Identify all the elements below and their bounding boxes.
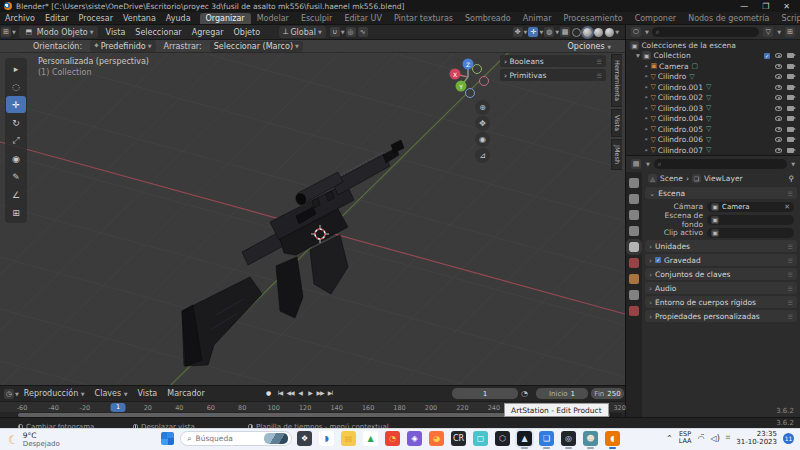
properties-tab-scene[interactable]: [629, 242, 639, 252]
outliner-collection[interactable]: ▾ ▣ Collection✓: [626, 51, 800, 62]
panel-gravedad[interactable]: ›✓Gravedad☰: [645, 254, 797, 266]
viewport-menu-seleccionar[interactable]: Seleccionar: [130, 27, 186, 38]
panel-audio[interactable]: ›Audio☰: [645, 282, 797, 294]
taskbar-app-gimp[interactable]: ☻: [583, 431, 598, 446]
outliner-item-cilindro-001[interactable]: •▽Cilindro.001▽: [626, 82, 800, 93]
editor-type-caret[interactable]: ▼: [12, 29, 16, 35]
properties-tab-data[interactable]: [629, 290, 639, 300]
disable-render-icon[interactable]: [787, 116, 794, 121]
menu-archivo[interactable]: Archivo: [0, 13, 40, 24]
workspace-tab-editar-uv[interactable]: Editar UV: [338, 13, 388, 24]
gizmo-y-neg[interactable]: [473, 65, 482, 74]
workspace-tab-scripts[interactable]: Scripts: [775, 13, 800, 24]
disable-render-icon[interactable]: [787, 85, 794, 90]
taskbar-app-chat[interactable]: ◗: [319, 431, 334, 446]
hide-eye-icon[interactable]: [775, 64, 782, 69]
shading-solid-icon[interactable]: [583, 28, 592, 37]
menu-ventana[interactable]: Ventana: [118, 13, 161, 24]
timeline-menu-vista[interactable]: Vista: [133, 388, 163, 399]
breadcrumb-scene[interactable]: Scene: [660, 174, 683, 183]
taskbar-app-purple-app[interactable]: ◈: [407, 431, 422, 446]
outliner-search-input[interactable]: ⌕: [652, 27, 759, 37]
panel-propiedades-personalizadas[interactable]: ›Propiedades personalizadas☰: [645, 310, 797, 322]
hide-eye-icon[interactable]: [775, 137, 782, 142]
tool-rotate-button[interactable]: ↻: [6, 114, 26, 131]
hide-eye-icon[interactable]: [775, 116, 782, 121]
frame-start-field[interactable]: Inicio1: [536, 388, 588, 399]
tray-chevron-icon[interactable]: ⌃: [666, 434, 673, 443]
disable-render-icon[interactable]: [787, 64, 794, 69]
close-button[interactable]: ✕: [783, 2, 790, 11]
play-reverse-button[interactable]: ◀: [295, 387, 305, 398]
taskbar-app-teal-app[interactable]: ▢: [473, 431, 488, 446]
hide-eye-icon[interactable]: [775, 95, 782, 100]
timeline-editor-icon[interactable]: ◷: [4, 389, 14, 399]
weather-widget[interactable]: ☾ 9°C Despejado: [8, 431, 60, 448]
viewport-menu-vista[interactable]: Vista: [101, 27, 131, 38]
search-highlight-image[interactable]: [264, 433, 288, 444]
workspace-tab-nodos-de-geometr-a[interactable]: Nodos de geometría: [682, 13, 775, 24]
viewport-3d[interactable]: Personalizada (perspectiva) (1) Collecti…: [0, 53, 625, 385]
hide-eye-icon[interactable]: [775, 74, 782, 79]
outliner-item-cilindro-002[interactable]: •▽Cilindro.002▽: [626, 93, 800, 104]
navigation-gizmo[interactable]: Z X Y: [446, 55, 490, 99]
workspace-tab-procesamiento[interactable]: Procesamiento: [558, 13, 629, 24]
gizmo-z-neg[interactable]: [466, 89, 475, 98]
field-c-mara[interactable]: ▣Camera✕: [707, 202, 794, 212]
prev-keyframe-button[interactable]: ◀◀: [285, 387, 295, 398]
tool-add-cube-button[interactable]: ⊞: [6, 204, 26, 221]
sidebar-tab-jmesh[interactable]: JMesh: [611, 139, 622, 170]
properties-editor-caret[interactable]: ▼: [646, 161, 650, 167]
disable-render-icon[interactable]: [787, 137, 794, 142]
properties-tab-view-layer[interactable]: [629, 226, 639, 236]
disable-render-icon[interactable]: [787, 148, 794, 153]
perspective-toggle-button[interactable]: ⊿: [475, 148, 490, 163]
clock[interactable]: 23:3531-10-2023: [736, 430, 777, 446]
workspace-tab-pintar-texturas[interactable]: Pintar texturas: [388, 13, 459, 24]
record-button[interactable]: ●: [263, 387, 273, 398]
workspace-tab-modelar[interactable]: Modelar: [251, 13, 295, 24]
hide-eye-icon[interactable]: [775, 127, 782, 132]
outliner-filter-caret[interactable]: ▼: [777, 29, 781, 35]
search-input[interactable]: [195, 434, 253, 443]
sidebar-tab-herramienta[interactable]: Herramienta: [611, 54, 622, 107]
properties-editor-icon[interactable]: ▤: [631, 159, 641, 169]
wifi-icon[interactable]: ◠̈: [698, 434, 705, 443]
current-frame-marker[interactable]: 1: [111, 403, 126, 412]
maximize-button[interactable]: ❐: [762, 2, 769, 11]
show-object-types-icon[interactable]: ✥: [513, 27, 523, 37]
outliner-item-cilindro-007[interactable]: •▽Cilindro.007▽: [626, 145, 800, 156]
properties-tab-render[interactable]: [629, 194, 639, 204]
taskbar-search[interactable]: ⌕: [180, 431, 292, 446]
menu-ayuda[interactable]: Ayuda: [161, 13, 196, 24]
hide-eye-icon[interactable]: [775, 148, 782, 153]
falloff-curve-icon[interactable]: ∿: [358, 27, 368, 37]
properties-tab-physics[interactable]: [629, 306, 639, 316]
taskbar-app-blender[interactable]: ◖: [605, 431, 620, 446]
properties-search-input[interactable]: ⌕: [654, 159, 787, 169]
viewport-menu-agregar[interactable]: Agregar: [187, 27, 229, 38]
show-gizmo-icon[interactable]: ✛: [528, 27, 538, 37]
hide-eye-icon[interactable]: [775, 53, 782, 58]
drag-mode-dropdown[interactable]: Seleccionar (Marco) ▼: [210, 41, 303, 52]
timeline-menu-reproducci-n[interactable]: Reproducción ▼: [19, 388, 90, 399]
tool-select-box-button[interactable]: ▸: [6, 60, 26, 77]
workspace-tab-sombreado[interactable]: Sombreado: [459, 13, 517, 24]
hide-eye-icon[interactable]: [775, 106, 782, 111]
start-button[interactable]: [160, 431, 175, 446]
outliner-item-cilindro-006[interactable]: •▽Cilindro.006▽: [626, 135, 800, 146]
notification-badge[interactable]: 11: [783, 433, 794, 444]
orientation-preset-dropdown[interactable]: ⌖ Predefinido ▼: [90, 40, 155, 52]
disable-render-icon[interactable]: [787, 127, 794, 132]
taskbar-app-obs[interactable]: ◎: [561, 431, 576, 446]
transform-orientation[interactable]: ⟂ Global ▼: [279, 26, 326, 38]
tool-annotate-button[interactable]: ✎: [6, 168, 26, 185]
properties-tab-tool[interactable]: [629, 178, 639, 188]
shading-rendered-icon[interactable]: [605, 28, 614, 37]
outliner-item-cilindro[interactable]: •▽Cilindro▽: [626, 72, 800, 83]
current-frame-field[interactable]: 1: [452, 388, 518, 399]
outliner-item-cilindro-005[interactable]: •▽Cilindro.005▽: [626, 124, 800, 135]
outliner-display-caret[interactable]: ▼: [645, 29, 649, 35]
outliner-item-camera[interactable]: •▣Camera▢: [626, 61, 800, 72]
sidebar-tab-vista[interactable]: Vista: [611, 109, 622, 137]
